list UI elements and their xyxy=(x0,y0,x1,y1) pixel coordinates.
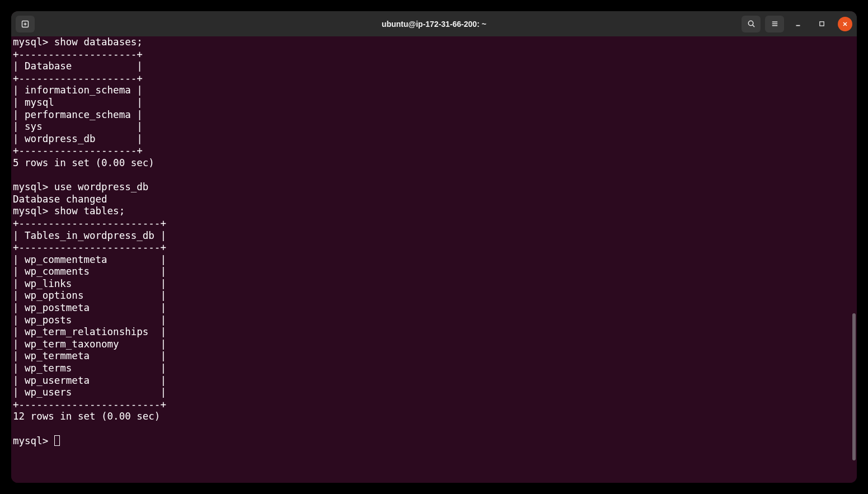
new-tab-icon xyxy=(21,20,30,29)
table-row: | wp_usermeta | xyxy=(13,375,166,386)
table-row: | wordpress_db | xyxy=(13,133,143,144)
table-row: | wp_term_taxonomy | xyxy=(13,338,166,350)
new-tab-button[interactable] xyxy=(16,16,35,32)
table-row: | wp_posts | xyxy=(13,314,166,326)
table-header: | Database | xyxy=(13,60,143,72)
scrollbar-thumb[interactable] xyxy=(852,313,856,460)
search-icon xyxy=(747,20,756,28)
minimize-icon xyxy=(794,20,802,28)
table-row: | wp_options | xyxy=(13,290,166,301)
svg-line-4 xyxy=(752,25,754,27)
table-border: +--------------------+ xyxy=(13,49,143,60)
table-row: | wp_term_relationships | xyxy=(13,326,166,337)
result-footer: 5 rows in set (0.00 sec) xyxy=(13,157,154,168)
search-button[interactable] xyxy=(742,16,761,32)
cursor xyxy=(54,435,60,446)
close-button[interactable] xyxy=(838,17,852,31)
minimize-button[interactable] xyxy=(789,16,808,32)
scrollbar[interactable] xyxy=(852,36,856,483)
table-border: +------------------------+ xyxy=(13,242,166,253)
command-text: show tables; xyxy=(54,205,125,217)
table-row: | wp_users | xyxy=(13,387,166,398)
table-row: | wp_comments | xyxy=(13,266,166,277)
prompt: mysql> xyxy=(13,36,48,48)
table-header: | Tables_in_wordpress_db | xyxy=(13,230,166,241)
table-border: +--------------------+ xyxy=(13,73,143,84)
prompt: mysql> xyxy=(13,435,48,446)
table-row: | wp_commentmeta | xyxy=(13,254,166,265)
hamburger-icon xyxy=(771,20,779,28)
table-row: | performance_schema | xyxy=(13,109,143,120)
maximize-button[interactable] xyxy=(812,16,831,32)
table-row: | sys | xyxy=(13,121,143,132)
close-icon xyxy=(842,21,848,27)
table-row: | mysql | xyxy=(13,97,143,108)
titlebar: ubuntu@ip-172-31-66-200: ~ xyxy=(11,11,857,36)
prompt: mysql> xyxy=(13,181,48,192)
table-row: | wp_postmeta | xyxy=(13,302,166,313)
maximize-icon xyxy=(818,20,825,27)
table-border: +------------------------+ xyxy=(13,399,166,410)
svg-rect-9 xyxy=(819,22,823,26)
table-row: | wp_termmeta | xyxy=(13,350,166,361)
table-border: +--------------------+ xyxy=(13,145,143,156)
menu-button[interactable] xyxy=(765,16,784,32)
command-text: show databases; xyxy=(54,36,143,48)
window-title: ubuntu@ip-172-31-66-200: ~ xyxy=(382,20,486,29)
table-row: | wp_links | xyxy=(13,278,166,289)
table-border: +------------------------+ xyxy=(13,218,166,229)
terminal-window: ubuntu@ip-172-31-66-200: ~ xyxy=(11,11,857,483)
result-footer: 12 rows in set (0.00 sec) xyxy=(13,411,160,422)
response-text: Database changed xyxy=(13,194,107,205)
table-row: | wp_terms | xyxy=(13,363,166,374)
svg-point-3 xyxy=(748,21,753,25)
terminal-output[interactable]: mysql> show databases; +----------------… xyxy=(11,36,857,483)
table-row: | information_schema | xyxy=(13,84,143,96)
prompt: mysql> xyxy=(13,205,48,217)
command-text: use wordpress_db xyxy=(54,181,149,192)
